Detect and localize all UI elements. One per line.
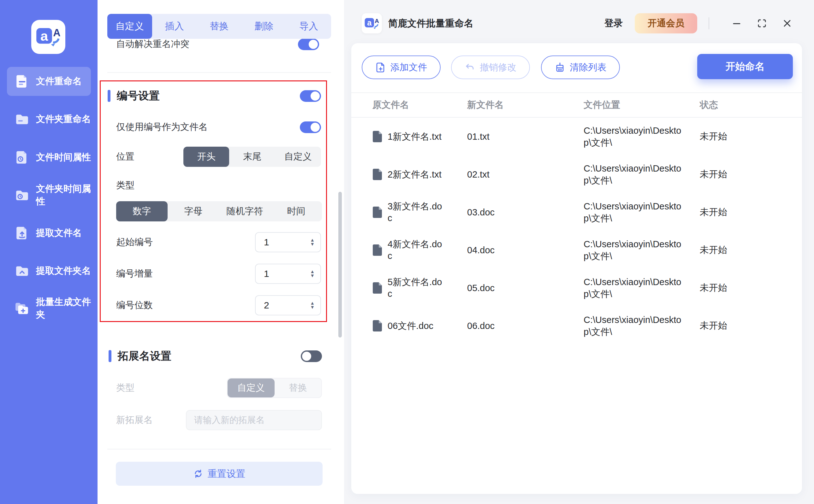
table-header: 原文件名 新文件名 文件位置 状态	[351, 92, 802, 118]
maximize-button[interactable]	[755, 16, 769, 31]
only-number-toggle[interactable]	[300, 121, 321, 133]
start-rename-button[interactable]: 开始命名	[697, 54, 793, 79]
table-row[interactable]: 4新文件名.doc 04.doc C:\Users\xiaoyin\Deskto…	[351, 231, 802, 269]
type-row: 类型	[116, 174, 321, 196]
batch-folder-icon	[15, 301, 30, 316]
new-filename: 02.txt	[467, 155, 490, 193]
sidebar-item-extract-foldername[interactable]: 提取文件夹名	[7, 256, 91, 285]
original-name-cell: 4新文件名.doc	[372, 231, 445, 269]
sidebar-item-extract-filename[interactable]: 提取文件名	[7, 219, 91, 248]
table-row[interactable]: 1新文件名.txt 01.txt C:\Users\xiaoyin\Deskto…	[351, 118, 802, 155]
type-option-random[interactable]: 随机字符	[219, 201, 270, 221]
extension-section-header: 拓展名设置	[109, 347, 322, 366]
file-list-card: 添加文件 撤销修改 清除列表 开始命名 原文	[351, 43, 802, 494]
file-rename-icon	[15, 74, 30, 89]
stepper-down-icon[interactable]: ▼	[310, 305, 315, 309]
position-option-start[interactable]: 开头	[183, 147, 229, 167]
file-path: C:\Users\xiaoyin\Desktop\文件\	[584, 307, 685, 345]
main-area: 简鹿文件批量重命名 登录 开通会员	[344, 0, 814, 504]
status-label: 未开始	[700, 307, 727, 345]
undo-label: 撤销修改	[480, 61, 516, 74]
clear-list-icon	[555, 62, 565, 73]
original-name-cell: 1新文件名.txt	[372, 118, 445, 155]
sidebar-item-label: 文件夹重命名	[36, 113, 91, 126]
settings-panel: 自定义 插入 替换 删除 导入 自动解决重名冲突 编号设置 仅使用编号作为文件名	[97, 0, 344, 504]
sidebar-item-label: 批量生成文件夹	[36, 296, 91, 321]
add-files-label: 添加文件	[390, 61, 427, 74]
table-row[interactable]: 5新文件名.doc 05.doc C:\Users\xiaoyin\Deskto…	[351, 269, 802, 307]
toggle-knob	[302, 352, 311, 361]
reset-icon	[193, 469, 203, 479]
close-button[interactable]	[780, 16, 794, 31]
tab-delete[interactable]: 删除	[241, 14, 286, 39]
increment-row: 编号增量 1 ▲▼	[116, 263, 321, 285]
folder-rename-icon	[15, 112, 30, 127]
tab-replace[interactable]: 替换	[197, 14, 242, 39]
table-row[interactable]: 06文件.doc 06.doc C:\Users\xiaoyin\Desktop…	[351, 307, 802, 345]
file-icon	[372, 131, 382, 143]
sidebar-item-folder-rename[interactable]: 文件夹重命名	[7, 105, 91, 134]
sidebar: 文件重命名 文件夹重命名 文件时间属性 文件夹时间属	[0, 0, 97, 504]
reset-settings-button[interactable]: 重置设置	[116, 462, 322, 486]
type-option-number[interactable]: 数字	[116, 201, 168, 221]
sidebar-item-file-rename[interactable]: 文件重命名	[7, 67, 91, 96]
scrollbar-thumb[interactable]	[338, 192, 342, 337]
type-option-time[interactable]: 时间	[270, 201, 322, 221]
undo-icon	[465, 62, 475, 73]
increment-value: 1	[264, 268, 269, 279]
undo-button[interactable]: 撤销修改	[451, 56, 530, 79]
toggle-knob	[310, 123, 320, 132]
position-option-custom[interactable]: 自定义	[275, 147, 321, 167]
start-number-value: 1	[264, 237, 269, 248]
tab-custom[interactable]: 自定义	[107, 14, 152, 39]
column-header-file-location: 文件位置	[584, 93, 620, 117]
sidebar-item-file-time[interactable]: 文件时间属性	[7, 143, 91, 172]
position-row: 位置 开头 末尾 自定义	[116, 146, 321, 168]
stepper-down-icon[interactable]: ▼	[310, 242, 315, 246]
minimize-button[interactable]	[729, 16, 744, 31]
start-number-stepper[interactable]: 1 ▲▼	[255, 232, 321, 252]
digits-value: 2	[264, 300, 269, 311]
status-label: 未开始	[700, 193, 727, 231]
sidebar-item-batch-create-folders[interactable]: 批量生成文件夹	[7, 294, 91, 323]
new-filename: 06.doc	[467, 307, 495, 345]
auto-resolve-conflict-toggle[interactable]	[298, 39, 319, 50]
login-button[interactable]: 登录	[605, 17, 623, 30]
original-name-cell: 2新文件名.txt	[372, 155, 445, 193]
new-extension-input[interactable]	[186, 410, 322, 430]
digits-label: 编号位数	[116, 299, 153, 312]
increment-stepper[interactable]: 1 ▲▼	[255, 264, 321, 284]
numbering-toggle[interactable]	[300, 90, 321, 102]
extension-option-custom[interactable]: 自定义	[227, 378, 274, 397]
file-path: C:\Users\xiaoyin\Desktop\文件\	[584, 231, 685, 269]
numbering-section-title: 编号设置	[117, 89, 160, 103]
status-label: 未开始	[700, 269, 727, 307]
start-number-row: 起始编号 1 ▲▼	[116, 231, 321, 253]
extension-toggle[interactable]	[301, 350, 322, 362]
divider	[107, 72, 331, 73]
position-option-end[interactable]: 末尾	[229, 147, 275, 167]
maximize-icon	[757, 18, 767, 28]
tab-insert[interactable]: 插入	[152, 14, 197, 39]
sidebar-item-folder-time[interactable]: 文件夹时间属性	[7, 181, 91, 210]
tab-import[interactable]: 导入	[286, 14, 331, 39]
table-row[interactable]: 2新文件名.txt 02.txt C:\Users\xiaoyin\Deskto…	[351, 155, 802, 193]
extract-folder-icon	[15, 263, 30, 278]
original-name-cell: 06文件.doc	[372, 307, 445, 345]
digits-stepper[interactable]: 2 ▲▼	[255, 295, 321, 315]
auto-resolve-conflict-label: 自动解决重名冲突	[116, 39, 189, 50]
file-path: C:\Users\xiaoyin\Desktop\文件\	[584, 269, 685, 307]
extension-option-replace[interactable]: 替换	[274, 378, 321, 397]
table-row[interactable]: 3新文件名.doc 03.doc C:\Users\xiaoyin\Deskto…	[351, 193, 802, 231]
type-option-letter[interactable]: 字母	[168, 201, 219, 221]
file-icon	[372, 282, 382, 294]
minimize-icon	[732, 18, 742, 28]
add-files-button[interactable]: 添加文件	[362, 56, 441, 79]
clear-list-button[interactable]: 清除列表	[541, 56, 620, 79]
new-filename: 05.doc	[467, 269, 495, 307]
divider	[107, 449, 331, 449]
vip-button[interactable]: 开通会员	[635, 13, 697, 33]
stepper-down-icon[interactable]: ▼	[310, 274, 315, 278]
new-filename: 03.doc	[467, 193, 495, 231]
new-extension-row: 新拓展名	[116, 410, 322, 430]
